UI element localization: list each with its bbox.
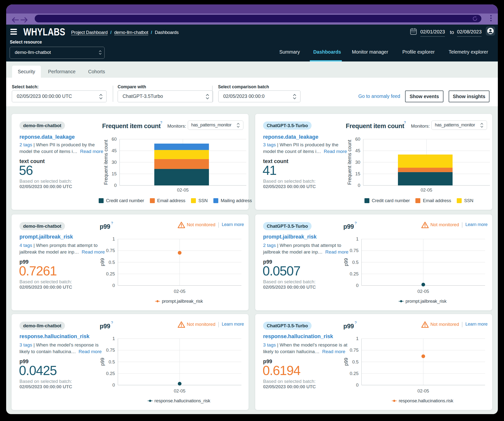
svg-text:30: 30: [111, 160, 117, 165]
svg-text:60: 60: [111, 136, 117, 142]
svg-text:0: 0: [112, 283, 115, 288]
svg-text:0.75: 0.75: [350, 347, 359, 353]
svg-text:02-05: 02-05: [421, 187, 432, 193]
svg-text:p99: p99: [100, 258, 105, 266]
svg-text:15: 15: [355, 171, 360, 176]
svg-text:p99: p99: [343, 358, 349, 366]
svg-text:0.5: 0.5: [352, 359, 359, 364]
svg-text:0.25: 0.25: [106, 271, 115, 276]
svg-text:0.75: 0.75: [350, 248, 359, 253]
svg-text:02-05: 02-05: [417, 388, 429, 393]
svg-text:0.5: 0.5: [109, 260, 115, 265]
svg-text:0.25: 0.25: [106, 371, 115, 376]
svg-text:30: 30: [355, 160, 360, 165]
svg-text:0: 0: [114, 183, 117, 188]
svg-text:0.75: 0.75: [106, 347, 115, 353]
svg-text:02-05: 02-05: [174, 289, 185, 294]
svg-text:0: 0: [112, 382, 115, 388]
svg-text:0.5: 0.5: [109, 359, 115, 364]
svg-text:60: 60: [355, 136, 360, 142]
svg-text:0: 0: [356, 283, 359, 288]
svg-text:15: 15: [111, 171, 117, 176]
svg-text:1: 1: [112, 236, 115, 241]
svg-text:45: 45: [111, 148, 117, 153]
svg-text:02-05: 02-05: [174, 388, 185, 393]
svg-text:02-05: 02-05: [177, 187, 189, 193]
svg-text:1: 1: [356, 336, 359, 341]
svg-text:p99: p99: [343, 258, 349, 266]
svg-text:45: 45: [355, 148, 360, 153]
svg-text:0.25: 0.25: [350, 271, 359, 276]
svg-text:0.75: 0.75: [106, 248, 115, 253]
svg-text:Frequent items count: Frequent items count: [103, 140, 109, 185]
svg-text:p99: p99: [100, 358, 105, 366]
svg-text:Frequent items count: Frequent items count: [347, 140, 352, 185]
svg-text:1: 1: [112, 336, 115, 341]
svg-text:02-05: 02-05: [417, 289, 429, 294]
svg-text:0.25: 0.25: [350, 371, 359, 376]
svg-text:0: 0: [358, 183, 360, 188]
svg-text:0: 0: [356, 382, 359, 388]
svg-text:0.5: 0.5: [352, 260, 359, 265]
svg-text:1: 1: [356, 236, 359, 241]
